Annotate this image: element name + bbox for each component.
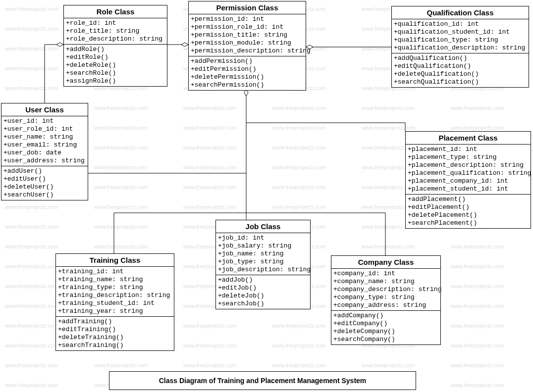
class-member: +searchPermission() — [191, 81, 304, 89]
class-member: +deleteCompany() — [333, 328, 438, 336]
class-member: +company_type: string — [333, 294, 438, 301]
class-permission: Permission Class +permission_id: int+per… — [188, 1, 306, 91]
class-training: Training Class +training_id: int+trainin… — [55, 253, 174, 351]
class-attributes: +role_id: int+role_title: string+role_de… — [64, 18, 167, 45]
class-attributes: +placement_id: int+placement_type: strin… — [406, 145, 531, 195]
class-member: +role_description: string — [66, 35, 165, 43]
class-role: Role Class +role_id: int+role_title: str… — [63, 5, 167, 87]
class-member: +editPlacement() — [408, 203, 529, 211]
class-member: +deleteRole() — [66, 61, 165, 69]
class-member: +editJob() — [218, 284, 308, 292]
class-job: Job Class +job_id: int+job_salary: strin… — [215, 220, 311, 309]
class-member: +addCompany() — [333, 312, 438, 320]
class-member: +permission_module: string — [191, 39, 304, 47]
class-member: +placement_qualification: string — [408, 169, 529, 177]
class-title: Training Class — [56, 254, 174, 267]
class-member: +editCompany() — [333, 320, 438, 328]
class-operations: +addUser()+editUser()+deleteUser()+searc… — [1, 166, 88, 200]
class-member: +editUser() — [3, 175, 86, 183]
class-member: +editRole() — [66, 53, 165, 61]
class-member: +deletePlacement() — [408, 211, 529, 219]
class-title: Qualification Class — [392, 6, 529, 19]
class-member: +addRole() — [66, 46, 165, 53]
class-member: +permission_role_id: int — [191, 23, 304, 31]
class-member: +job_name: string — [218, 250, 308, 258]
class-member: +addJob() — [218, 276, 308, 284]
class-member: +editPermission() — [191, 65, 304, 73]
class-attributes: +training_id: int+training_name: string+… — [56, 267, 174, 317]
class-member: +permission_description: string — [191, 47, 304, 55]
class-member: +addPlacement() — [408, 196, 529, 203]
class-member: +addTraining() — [58, 318, 172, 326]
class-member: +addUser() — [3, 167, 86, 175]
class-company: Company Class +company_id: int+company_n… — [331, 255, 441, 345]
class-member: +placement_student_id: int — [408, 185, 529, 193]
class-member: +deleteTraining() — [58, 334, 172, 342]
class-member: +permission_title: string — [191, 31, 304, 39]
class-attributes: +qualification_id: int+qualification_stu… — [392, 19, 529, 53]
class-member: +user_role_id: int — [3, 125, 86, 133]
class-member: +searchQualification() — [394, 78, 527, 86]
class-operations: +addPermission()+editPermission()+delete… — [189, 56, 306, 90]
class-placement: Placement Class +placement_id: int+place… — [405, 131, 531, 229]
class-operations: +addTraining()+editTraining()+deleteTrai… — [56, 317, 174, 350]
class-title: Role Class — [64, 5, 167, 18]
class-member: +deleteQualification() — [394, 70, 527, 78]
class-title: Job Class — [216, 220, 310, 233]
class-member: +editQualification() — [394, 62, 527, 70]
class-member: +searchJob() — [218, 300, 308, 308]
class-member: +company_description: string — [333, 286, 438, 294]
class-member: +training_year: string — [58, 307, 172, 315]
class-member: +permission_id: int — [191, 15, 304, 23]
class-member: +role_id: int — [66, 19, 165, 27]
class-operations: +addRole()+editRole()+deleteRole()+searc… — [64, 45, 167, 86]
class-qualification: Qualification Class +qualification_id: i… — [391, 6, 529, 88]
class-member: +training_type: string — [58, 284, 172, 292]
class-member: +editTraining() — [58, 326, 172, 334]
class-member: +user_email: string — [3, 141, 86, 149]
class-member: +searchPlacement() — [408, 219, 529, 227]
class-member: +placement_type: string — [408, 153, 529, 161]
class-attributes: +user_id: int+user_role_id: int+user_nam… — [1, 116, 88, 166]
class-member: +training_name: string — [58, 276, 172, 284]
class-member: +qualification_description: string — [394, 44, 527, 52]
class-member: +job_description: string — [218, 266, 308, 274]
class-title: Placement Class — [406, 132, 531, 145]
class-member: +deletePermission() — [191, 73, 304, 81]
class-member: +job_id: int — [218, 234, 308, 242]
class-member: +user_id: int — [3, 117, 86, 125]
class-operations: +addJob()+editJob()+deleteJob()+searchJo… — [216, 275, 310, 309]
class-user: User Class +user_id: int+user_role_id: i… — [1, 103, 88, 200]
class-attributes: +company_id: int+company_name: string+co… — [331, 269, 440, 311]
class-member: +user_address: string — [3, 157, 86, 165]
class-member: +company_address: string — [333, 301, 438, 309]
diagram-caption: Class Diagram of Training and Placement … — [109, 371, 416, 390]
class-member: +placement_id: int — [408, 146, 529, 153]
class-member: +deleteJob() — [218, 292, 308, 300]
class-member: +role_title: string — [66, 27, 165, 35]
class-member: +qualification_id: int — [394, 20, 527, 28]
class-member: +placement_description: string — [408, 161, 529, 169]
class-operations: +addPlacement()+editPlacement()+deletePl… — [406, 195, 531, 228]
class-member: +training_description: string — [58, 292, 172, 299]
class-member: +searchCompany() — [333, 336, 438, 343]
class-member: +searchTraining() — [58, 342, 172, 349]
class-operations: +addQualification()+editQualification()+… — [392, 53, 529, 87]
class-member: +training_student_id: int — [58, 299, 172, 307]
class-member: +addQualification() — [394, 54, 527, 62]
class-member: +addPermission() — [191, 57, 304, 65]
class-member: +qualification_student_id: int — [394, 28, 527, 36]
class-title: Company Class — [331, 256, 440, 269]
class-attributes: +permission_id: int+permission_role_id: … — [189, 14, 306, 56]
class-member: +job_salary: string — [218, 242, 308, 250]
class-member: +user_name: string — [3, 133, 86, 141]
class-member: +searchRole() — [66, 69, 165, 77]
class-title: Permission Class — [189, 1, 306, 14]
class-member: +company_id: int — [333, 270, 438, 278]
class-member: +assignRole() — [66, 77, 165, 85]
class-member: +searchUser() — [3, 191, 86, 199]
class-operations: +addCompany()+editCompany()+deleteCompan… — [331, 311, 440, 344]
class-member: +user_dob: date — [3, 149, 86, 157]
class-member: +deleteUser() — [3, 183, 86, 191]
class-member: +company_name: string — [333, 278, 438, 286]
